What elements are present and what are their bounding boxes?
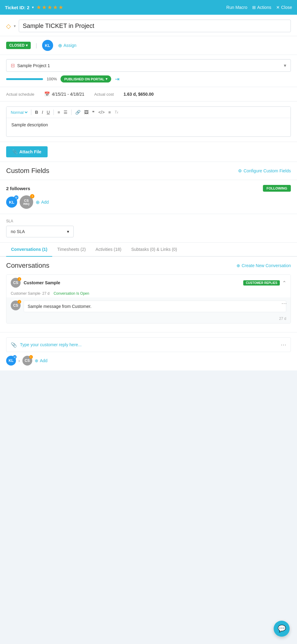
star-3: ★ bbox=[47, 4, 52, 11]
calendar-icon: 📅 bbox=[44, 91, 50, 97]
plus-circle-add-icon: ⊕ bbox=[36, 199, 40, 205]
actions-button[interactable]: ⊞ Actions bbox=[252, 5, 271, 10]
title-section: ◇ ▾ bbox=[0, 15, 297, 36]
ticket-dropdown-icon[interactable]: ▾ bbox=[32, 5, 34, 10]
align-button[interactable]: ≡ bbox=[107, 109, 112, 115]
quote-button[interactable]: ❝ bbox=[91, 109, 96, 115]
ticket-type-icon[interactable]: ◇ bbox=[6, 22, 11, 30]
top-bar: Ticket ID: 2 ▾ ★ ★ ★ ★ ★ Run Macro ⊞ Act… bbox=[0, 0, 297, 15]
add-reply-participant-button[interactable]: ⊕ Add bbox=[35, 358, 48, 363]
assign-button[interactable]: ⊕ Assign bbox=[58, 43, 76, 48]
editor-body[interactable]: Sample description bbox=[6, 118, 291, 136]
reply-more-button[interactable]: ⋯ bbox=[281, 341, 286, 348]
ordered-list-button[interactable]: ≡ bbox=[56, 109, 61, 115]
tab-subtasks[interactable]: Subtasks (0) & Links (0) bbox=[126, 243, 182, 257]
toolbar-divider-3 bbox=[71, 109, 72, 115]
star-1: ★ bbox=[36, 4, 41, 11]
reply-input[interactable]: Type your customer reply here... bbox=[20, 342, 278, 347]
progress-percentage: 100% bbox=[47, 77, 57, 81]
cost-value: 1.63 d, $650.00 bbox=[123, 92, 154, 97]
customer-replies-badge: CUSTOMER REPLIES bbox=[243, 280, 280, 286]
tab-conversations[interactable]: Conversations (1) bbox=[6, 243, 52, 257]
editor-section: Normal B I U ≡ ☰ 🔗 🖼 ❝ </> ≡ Tx Sample d… bbox=[0, 102, 297, 142]
status-row: CLOSED ▾ | KL ⊕ Assign bbox=[0, 36, 297, 55]
sla-section: SLA no SLA ▾ bbox=[0, 214, 297, 243]
reply-avatar1-badge: U bbox=[13, 355, 17, 359]
followers-section: 2 followers FOLLOWING KL U CS RBQ ! ⊕ Ad… bbox=[0, 180, 297, 214]
editor-container: Normal B I U ≡ ☰ 🔗 🖼 ❝ </> ≡ Tx Sample d… bbox=[6, 106, 291, 137]
code-button[interactable]: </> bbox=[97, 109, 106, 115]
italic-button[interactable]: I bbox=[41, 109, 44, 115]
add-follower-button[interactable]: ⊕ Add bbox=[36, 199, 49, 205]
plus-circle-icon: ⊕ bbox=[58, 43, 62, 48]
sla-dropdown[interactable]: no SLA ▾ bbox=[6, 226, 74, 237]
collapse-button[interactable]: ⌃ bbox=[282, 280, 286, 286]
create-conversation-button[interactable]: ⊕ Create New Conversation bbox=[236, 263, 291, 268]
tab-timesheets[interactable]: Timesheets (2) bbox=[52, 243, 91, 257]
editor-toolbar: Normal B I U ≡ ☰ 🔗 🖼 ❝ </> ≡ Tx bbox=[6, 107, 291, 118]
published-button[interactable]: PUBLISHED ON PORTAL ▾ bbox=[61, 75, 111, 82]
project-section: ⊟ Sample Project 1 ▾ 100% PUBLISHED ON P… bbox=[0, 55, 297, 87]
conversation-item: CS ! Customer Sample CUSTOMER REPLIES ⌃ … bbox=[6, 274, 291, 324]
clear-format-button[interactable]: Tx bbox=[113, 109, 119, 115]
follower-1-badge: U bbox=[14, 195, 18, 200]
conversation-message-time: 27 d bbox=[6, 315, 291, 323]
tab-activities[interactable]: Activities (18) bbox=[91, 243, 126, 257]
image-button[interactable]: 🖼 bbox=[83, 109, 90, 115]
plus-circle-conv-icon: ⊕ bbox=[236, 263, 240, 268]
project-dropdown-left: ⊟ Sample Project 1 bbox=[11, 63, 50, 68]
cost-label: Actual cost bbox=[94, 92, 114, 97]
unordered-list-button[interactable]: ☰ bbox=[62, 109, 69, 115]
star-rating[interactable]: ★ ★ ★ ★ ★ bbox=[36, 4, 63, 11]
message-more-button[interactable]: ⋯ bbox=[281, 300, 287, 307]
reply-avatar2-wrapper: CS ! bbox=[22, 356, 32, 366]
run-macro-button[interactable]: Run Macro bbox=[226, 5, 247, 10]
followers-count: 2 followers bbox=[6, 186, 30, 191]
star-5: ★ bbox=[58, 4, 63, 11]
message-avatar-badge: ! bbox=[18, 300, 21, 304]
following-button[interactable]: FOLLOWING bbox=[263, 185, 291, 192]
dropdown-arrow-icon[interactable]: ▾ bbox=[14, 24, 16, 28]
project-dropdown[interactable]: ⊟ Sample Project 1 ▾ bbox=[6, 59, 291, 72]
ticket-title-input[interactable] bbox=[19, 20, 291, 32]
paperclip-icon: 📎 bbox=[12, 149, 18, 154]
status-badge[interactable]: CLOSED ▾ bbox=[6, 42, 31, 49]
progress-bar-bg bbox=[6, 78, 43, 80]
message-avatar-wrapper: CS ! bbox=[11, 301, 21, 310]
close-button[interactable]: ✕ Close bbox=[276, 5, 292, 10]
underline-button[interactable]: U bbox=[45, 109, 51, 115]
custom-fields-section: Custom Fields ⚙ Configure Custom Fields bbox=[0, 162, 297, 180]
conversations-header: Conversations ⊕ Create New Conversation bbox=[6, 262, 291, 270]
export-icon[interactable]: ⇥ bbox=[115, 76, 119, 82]
conversation-message-row: CS ! Sample message from Customer. ⋯ bbox=[6, 297, 291, 315]
top-bar-right: Run Macro ⊞ Actions ✕ Close bbox=[226, 5, 292, 10]
reply-input-row[interactable]: 📎 Type your customer reply here... ⋯ bbox=[6, 337, 291, 352]
tabs-row: Conversations (1) Timesheets (2) Activit… bbox=[0, 243, 297, 256]
conversation-customer-name: Customer Sample bbox=[24, 280, 60, 285]
bold-button[interactable]: B bbox=[34, 109, 39, 115]
configure-custom-fields-button[interactable]: ⚙ Configure Custom Fields bbox=[238, 168, 291, 173]
published-dropdown-icon: ▾ bbox=[106, 77, 107, 81]
plus-circle-reply-icon: ⊕ bbox=[35, 358, 38, 363]
reply-attach-icon: 📎 bbox=[11, 342, 17, 348]
conversation-status: Conversation Is Open bbox=[53, 291, 89, 296]
project-name: Sample Project 1 bbox=[17, 63, 50, 68]
format-select[interactable]: Normal bbox=[10, 110, 29, 115]
conversation-avatar-wrapper: CS ! bbox=[11, 278, 21, 288]
followers-avatars: KL U CS RBQ ! ⊕ Add bbox=[6, 195, 291, 209]
assignee-avatar[interactable]: KL bbox=[42, 40, 53, 51]
project-icon: ⊟ bbox=[11, 63, 15, 68]
toolbar-divider-2 bbox=[53, 109, 54, 115]
reply-section: 📎 Type your customer reply here... ⋯ KL … bbox=[0, 332, 297, 370]
tabs-section: Conversations (1) Timesheets (2) Activit… bbox=[0, 243, 297, 257]
reply-avatar1-wrapper: KL U bbox=[6, 356, 16, 366]
attach-file-button[interactable]: 📎 Attach File bbox=[6, 146, 48, 157]
x-icon: ✕ bbox=[276, 5, 280, 10]
custom-fields-header: Custom Fields ⚙ Configure Custom Fields bbox=[6, 167, 291, 175]
link-button[interactable]: 🔗 bbox=[74, 109, 82, 115]
followers-header: 2 followers FOLLOWING bbox=[6, 185, 291, 192]
ticket-id[interactable]: Ticket ID: 2 bbox=[5, 5, 29, 10]
title-row: ◇ ▾ bbox=[6, 20, 291, 32]
gear-icon: ⚙ bbox=[238, 168, 242, 173]
star-4: ★ bbox=[53, 4, 58, 11]
